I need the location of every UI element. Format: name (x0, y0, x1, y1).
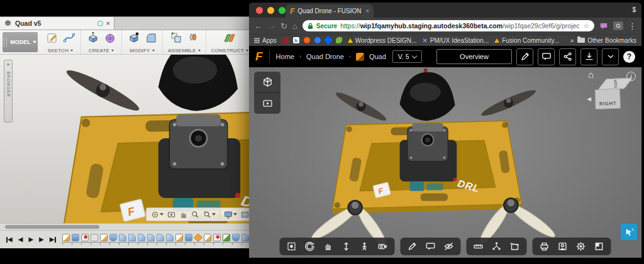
timeline-feature-extrude[interactable] (72, 234, 79, 241)
go-to-start-button[interactable]: ◀ (6, 236, 13, 243)
orbit-tool[interactable] (151, 211, 164, 219)
assemble-menu[interactable]: ASSEMBLE (168, 48, 201, 53)
bookmark-star-icon[interactable]: ☆ (583, 22, 589, 30)
orbit-icon[interactable] (305, 241, 315, 251)
visibility-off-icon[interactable] (444, 241, 454, 251)
timeline-feature-pin[interactable] (81, 234, 89, 241)
timeline-feature-revolve[interactable] (109, 234, 117, 241)
model-browser-button[interactable] (254, 72, 280, 92)
help-button[interactable]: ? (623, 51, 635, 63)
fit-view-icon[interactable] (287, 241, 297, 251)
bookmark-favicon[interactable] (282, 37, 289, 43)
timeline-feature-sketch[interactable] (204, 234, 211, 241)
breadcrumb-project[interactable]: Quad Drone (306, 53, 344, 60)
explode-icon[interactable] (492, 241, 502, 251)
timeline-feature-fillet[interactable] (138, 234, 145, 241)
timeline-feature-construct[interactable] (194, 233, 203, 242)
address-bar[interactable]: Secure https://wip1fqamyhub.staging.auto… (303, 20, 594, 31)
spline-icon[interactable] (63, 31, 75, 44)
bookmark-favicon[interactable] (324, 36, 333, 45)
close-tab-icon[interactable]: × (365, 8, 369, 14)
extension-chat-icon[interactable] (599, 22, 608, 30)
forward-button[interactable]: → (267, 22, 275, 30)
menu-kebab-icon[interactable]: ⋮ (628, 22, 636, 30)
back-button[interactable]: ← (254, 22, 262, 30)
breadcrumb-home[interactable]: Home (276, 53, 294, 60)
new-component-icon[interactable] (169, 31, 183, 44)
browser-tab[interactable]: F Quad Drone - FUSION × (286, 4, 374, 18)
fusion-logo[interactable]: F (255, 50, 263, 63)
edit-button[interactable] (516, 48, 533, 65)
bookmark-favicon[interactable] (304, 37, 310, 43)
sketch-menu[interactable]: SKETCH (48, 48, 74, 53)
zoom-icon[interactable] (341, 241, 352, 251)
timeline-feature-sketch[interactable] (100, 234, 108, 241)
share-button[interactable] (559, 48, 576, 65)
zoom-window-button[interactable] (279, 7, 286, 14)
overview-button[interactable]: Overview (436, 49, 512, 64)
step-back-button[interactable]: ◀ (18, 236, 23, 243)
timeline-feature-sketch[interactable] (62, 234, 70, 241)
timeline-feature-sketch[interactable] (175, 234, 183, 241)
construct-menu[interactable]: CONSTRUCT (211, 48, 248, 53)
modify-menu[interactable]: MODIFY (130, 48, 154, 53)
display-settings[interactable] (224, 211, 237, 219)
form-icon[interactable] (104, 31, 116, 44)
timeline-scrollbar[interactable] (5, 225, 99, 229)
step-forward-button[interactable]: ▶ (39, 236, 44, 243)
timeline-feature-revolve[interactable] (232, 234, 240, 241)
viewcube[interactable]: TOP RIGHT ◀ (594, 78, 630, 109)
screenshot-icon[interactable] (558, 241, 568, 251)
fit-tool[interactable] (203, 211, 216, 219)
pan-tool[interactable] (179, 211, 187, 219)
construct-plane-icon[interactable] (221, 31, 238, 44)
home-button[interactable]: ⌂ (292, 22, 297, 30)
create-menu[interactable]: CREATE (89, 48, 114, 53)
bookmark-favicon[interactable]: b (293, 37, 299, 43)
home-view-icon[interactable]: ⌂ (588, 69, 594, 80)
bookmark-wordpress[interactable]: Wordpress DESIGN... (348, 37, 417, 44)
apps-shortcut[interactable]: Apps (254, 37, 277, 44)
document-tab[interactable]: Quad v5 × (0, 17, 114, 30)
animations-button[interactable] (254, 92, 280, 114)
fullscreen-icon[interactable] (594, 241, 604, 251)
close-document-icon[interactable]: × (106, 20, 110, 27)
measure-icon[interactable] (474, 241, 484, 251)
press-pull-icon[interactable] (127, 31, 141, 44)
viewcube-rotate-icon[interactable]: ◀ (587, 96, 591, 102)
browser-panel-collapsed[interactable]: » BROWSER (4, 60, 13, 123)
bookmarks-overflow-icon[interactable]: » (570, 37, 574, 44)
print-icon[interactable] (540, 241, 550, 251)
timeline-feature-pin[interactable] (213, 234, 221, 241)
camera-icon[interactable] (378, 241, 388, 251)
bookmark-favicon[interactable] (336, 37, 342, 43)
bookmark-fusion-community[interactable]: Fusion Community... (494, 37, 559, 44)
version-selector[interactable]: V. 5 (392, 50, 422, 63)
timeline-feature-fillet[interactable] (147, 234, 155, 241)
viewcube-front-face[interactable]: RIGHT (595, 89, 621, 109)
timeline-feature-fillet[interactable] (157, 234, 164, 241)
section-analysis-icon[interactable] (510, 241, 520, 251)
extrude-icon[interactable] (86, 31, 100, 44)
timeline-feature-align[interactable] (223, 234, 230, 241)
web-viewer[interactable]: ⌂ i TOP RIGHT ◀ (249, 67, 641, 261)
timeline-feature-fillet[interactable] (166, 234, 174, 241)
bookmark-pmux[interactable]: ✕PM/UX IdeaStation... (422, 37, 489, 44)
timeline-feature-extrude[interactable] (185, 234, 192, 241)
minimize-window-button[interactable] (267, 7, 274, 14)
drone-model-web[interactable] (272, 69, 605, 261)
pan-icon[interactable] (323, 241, 333, 251)
breadcrumb-file[interactable]: Quad (369, 53, 386, 60)
create-sketch-icon[interactable] (45, 31, 59, 44)
viewcube-top-face[interactable]: TOP (598, 78, 633, 90)
look-at-tool[interactable] (167, 211, 175, 219)
go-to-end-button[interactable]: ▶ (50, 236, 56, 243)
close-window-button[interactable] (256, 7, 263, 14)
bookmark-favicon[interactable] (314, 37, 321, 43)
timeline-feature-fillet[interactable] (119, 234, 126, 241)
play-button[interactable]: ▶ (28, 236, 33, 243)
download-button[interactable] (580, 48, 597, 65)
fillet-icon[interactable] (145, 31, 157, 44)
feedback-button[interactable] (621, 224, 637, 240)
first-person-icon[interactable] (360, 241, 370, 251)
